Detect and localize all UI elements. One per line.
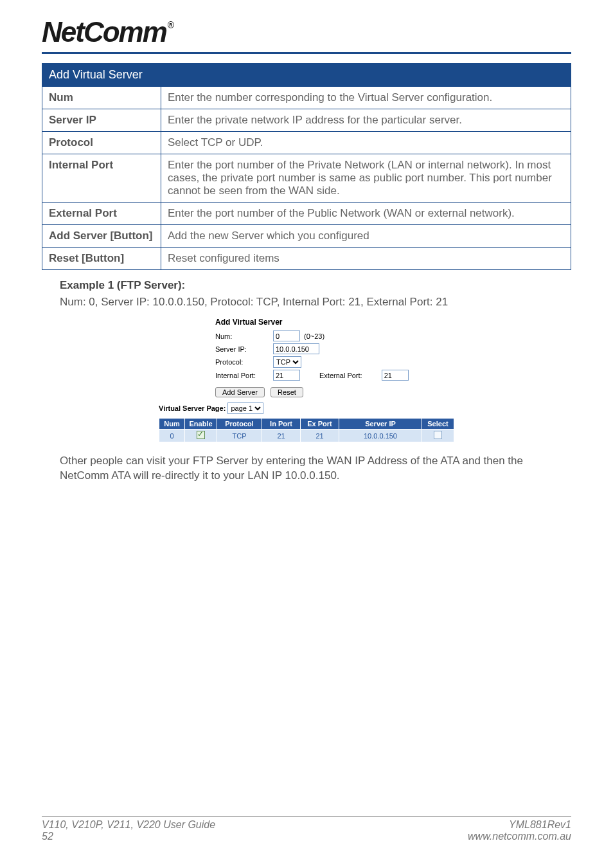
protocol-select[interactable]: TCP xyxy=(273,356,301,368)
cell-enable xyxy=(185,429,217,442)
internalport-label: Internal Port: xyxy=(215,372,273,379)
table-row: Internal PortEnter the port number of th… xyxy=(42,154,571,203)
footer-paragraph: Other people can visit your FTP Server b… xyxy=(60,454,571,484)
num-hint: (0~23) xyxy=(304,332,324,340)
table-row: Add Server [Button]Add the new Server wh… xyxy=(42,225,571,248)
footer-guide-title: V110, V210P, V211, V220 User Guide xyxy=(42,819,215,831)
row-label: Protocol xyxy=(42,132,161,154)
checkbox-checked-icon[interactable] xyxy=(197,431,205,439)
col-inport: In Port xyxy=(262,419,301,429)
table-row: Reset [Button]Reset configured items xyxy=(42,248,571,270)
internalport-input[interactable] xyxy=(273,370,300,381)
row-desc: Enter the number corresponding to the Vi… xyxy=(161,87,571,109)
footer-page-number: 52 xyxy=(42,831,215,842)
col-protocol: Protocol xyxy=(217,419,262,429)
header-divider xyxy=(42,52,571,54)
brand-text: NetComm xyxy=(42,16,166,48)
cell-num: 0 xyxy=(159,429,185,442)
vs-page-select[interactable]: page 1 xyxy=(227,402,263,414)
cell-select xyxy=(422,429,454,442)
col-select: Select xyxy=(422,419,454,429)
example-title: Example 1 (FTP Server): xyxy=(60,279,571,292)
cell-export: 21 xyxy=(301,429,339,442)
vs-page-label: Virtual Server Page: xyxy=(159,404,226,412)
table-title: Add Virtual Server xyxy=(42,64,571,87)
table-row: 0 TCP 21 21 10.0.0.150 xyxy=(159,429,454,442)
footer-url: www.netcomm.com.au xyxy=(468,831,571,842)
table-row: ProtocolSelect TCP or UDP. xyxy=(42,132,571,154)
checkbox-unchecked-icon[interactable] xyxy=(434,431,442,439)
externalport-input[interactable] xyxy=(382,370,409,381)
cell-serverip: 10.0.0.150 xyxy=(339,429,422,442)
row-label: Server IP xyxy=(42,109,161,132)
cell-protocol: TCP xyxy=(217,429,262,442)
col-serverip: Server IP xyxy=(339,419,422,429)
row-label: External Port xyxy=(42,203,161,225)
footer-doc-code: YML881Rev1 xyxy=(468,819,571,831)
form-heading: Add Virtual Server xyxy=(215,318,454,327)
table-row: Server IPEnter the private network IP ad… xyxy=(42,109,571,132)
page-footer: V110, V210P, V211, V220 User Guide 52 YM… xyxy=(42,816,571,842)
num-label: Num: xyxy=(215,332,273,340)
example-line: Num: 0, Server IP: 10.0.0.150, Protocol:… xyxy=(60,296,571,309)
table-row: NumEnter the number corresponding to the… xyxy=(42,87,571,109)
col-num: Num xyxy=(159,419,185,429)
col-enable: Enable xyxy=(185,419,217,429)
embedded-screenshot: Add Virtual Server Num: (0~23) Server IP… xyxy=(159,318,454,442)
row-desc: Enter the port number of the Public Netw… xyxy=(161,203,571,225)
add-server-button[interactable]: Add Server xyxy=(215,387,265,397)
table-row: External PortEnter the port number of th… xyxy=(42,203,571,225)
row-label: Add Server [Button] xyxy=(42,225,161,248)
cell-inport: 21 xyxy=(262,429,301,442)
row-desc: Enter the port number of the Private Net… xyxy=(161,154,571,203)
registered-icon: ® xyxy=(168,20,173,30)
serverip-label: Server IP: xyxy=(215,345,273,353)
serverip-input[interactable] xyxy=(273,343,319,354)
virtual-server-table: Num Enable Protocol In Port Ex Port Serv… xyxy=(159,418,454,442)
row-desc: Add the new Server which you configured xyxy=(161,225,571,248)
row-desc: Select TCP or UDP. xyxy=(161,132,571,154)
brand-logo: NetComm® xyxy=(42,16,172,48)
row-label: Num xyxy=(42,87,161,109)
col-export: Ex Port xyxy=(301,419,339,429)
row-desc: Reset configured items xyxy=(161,248,571,270)
definitions-table: Add Virtual Server NumEnter the number c… xyxy=(42,63,571,270)
externalport-label: External Port: xyxy=(319,372,362,379)
row-desc: Enter the private network IP address for… xyxy=(161,109,571,132)
reset-button[interactable]: Reset xyxy=(271,387,303,397)
protocol-label: Protocol: xyxy=(215,358,273,366)
num-input[interactable] xyxy=(273,330,300,341)
row-label: Reset [Button] xyxy=(42,248,161,270)
row-label: Internal Port xyxy=(42,154,161,203)
